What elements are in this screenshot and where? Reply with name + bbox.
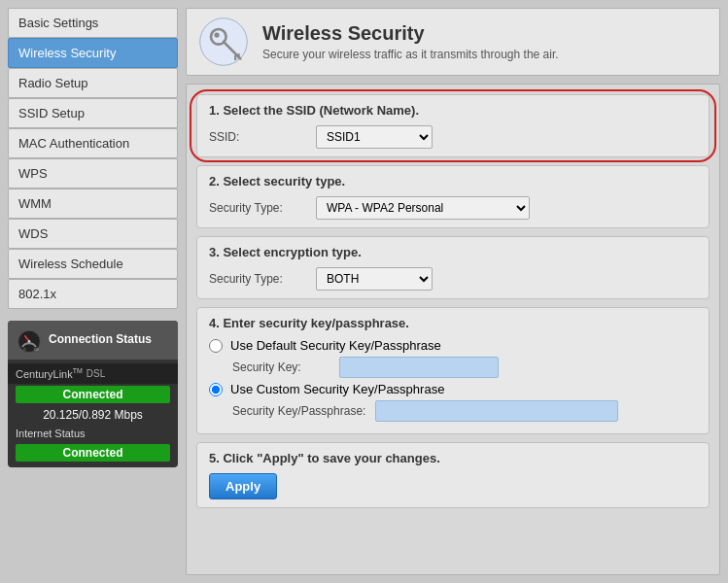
- main-content: Wireless Security Secure your wireless t…: [186, 8, 720, 575]
- sidebar-nav: Basic SettingsWireless SecurityRadio Set…: [8, 8, 178, 309]
- default-key-label: Security Key:: [232, 360, 329, 374]
- speed-display: 20.125/0.892 Mbps: [8, 405, 178, 425]
- content-area: 1. Select the SSID (Network Name). SSID:…: [186, 84, 720, 575]
- svg-point-2: [28, 340, 31, 343]
- encryption-select[interactable]: BOTH TKIP AES: [316, 267, 433, 291]
- sidebar-item-wireless-schedule[interactable]: Wireless Schedule: [8, 249, 178, 279]
- ssid-select[interactable]: SSID1 SSID2 SSID3: [316, 125, 433, 149]
- sidebar-item-wmm[interactable]: WMM: [8, 189, 178, 219]
- custom-key-label: Security Key/Passphrase:: [232, 404, 365, 418]
- speedometer-icon: 0 100: [16, 326, 43, 354]
- ssid-form-row: SSID: SSID1 SSID2 SSID3: [209, 125, 697, 149]
- conn-header: 0 100 Connection Status: [8, 321, 178, 360]
- custom-key-option-label: Use Custom Security Key/Passphrase: [230, 382, 444, 396]
- page-subtitle: Secure your wireless traffic as it trans…: [262, 48, 559, 61]
- svg-point-10: [214, 32, 219, 37]
- conn-body: CenturyLinkTM DSL Connected 20.125/0.892…: [8, 360, 178, 467]
- default-key-radio[interactable]: [209, 339, 223, 353]
- header-text: Wireless Security Secure your wireless t…: [262, 22, 559, 61]
- custom-key-row: Use Custom Security Key/Passphrase: [209, 382, 697, 396]
- connected-status: Connected: [16, 386, 170, 403]
- connection-type: DSL: [87, 368, 105, 379]
- custom-key-input[interactable]: [375, 400, 618, 422]
- ssid-section: 1. Select the SSID (Network Name). SSID:…: [196, 94, 710, 157]
- sidebar-item-mac-authentication[interactable]: MAC Authentication: [8, 128, 178, 158]
- wireless-security-icon: [198, 17, 249, 67]
- security-type-select[interactable]: WPA - WPA2 Personal WPA2 Personal WPA Pe…: [316, 196, 530, 220]
- security-type-title: 2. Select security type.: [209, 174, 697, 189]
- connection-status-box: 0 100 Connection Status CenturyLinkTM DS…: [8, 321, 178, 467]
- default-key-option-label: Use Default Security Key/Passphrase: [230, 338, 441, 353]
- ssid-section-title: 1. Select the SSID (Network Name).: [209, 103, 697, 118]
- conn-title: Connection Status: [49, 332, 152, 348]
- sidebar-item-ssid-setup[interactable]: SSID Setup: [8, 98, 178, 128]
- page-title: Wireless Security: [262, 22, 559, 45]
- encryption-section: 3. Select encryption type. Security Type…: [196, 236, 710, 299]
- sidebar: Basic SettingsWireless SecurityRadio Set…: [8, 8, 178, 575]
- custom-key-radio[interactable]: [209, 383, 223, 396]
- encryption-row: Security Type: BOTH TKIP AES: [209, 267, 697, 291]
- svg-text:0: 0: [23, 348, 25, 352]
- internet-connected-status: Connected: [16, 444, 170, 462]
- svg-text:100: 100: [33, 348, 39, 352]
- ssid-label: SSID:: [209, 130, 306, 144]
- provider-bar: CenturyLinkTM DSL: [8, 363, 178, 384]
- security-type-section: 2. Select security type. Security Type: …: [196, 165, 710, 228]
- security-type-row: Security Type: WPA - WPA2 Personal WPA2 …: [209, 196, 697, 220]
- page-header: Wireless Security Secure your wireless t…: [186, 8, 720, 76]
- tm-mark: TM: [73, 367, 83, 374]
- default-key-row: Use Default Security Key/Passphrase: [209, 338, 697, 353]
- default-key-value-row: Security Key:: [232, 357, 697, 378]
- sidebar-item-radio-setup[interactable]: Radio Setup: [8, 68, 178, 98]
- sidebar-item-wps[interactable]: WPS: [8, 158, 178, 189]
- encryption-label: Security Type:: [209, 272, 306, 286]
- internet-label: Internet Status: [8, 425, 178, 442]
- sidebar-item-wds[interactable]: WDS: [8, 219, 178, 249]
- apply-button[interactable]: Apply: [209, 473, 277, 499]
- security-key-title: 4. Enter security key/passphrase.: [209, 316, 697, 330]
- apply-title: 5. Click "Apply" to save your changes.: [209, 451, 697, 465]
- sidebar-item-8021x[interactable]: 802.1x: [8, 279, 178, 309]
- custom-key-value-row: Security Key/Passphrase:: [232, 400, 697, 422]
- apply-section: 5. Click "Apply" to save your changes. A…: [196, 442, 710, 508]
- provider-name: CenturyLinkTM: [16, 367, 83, 380]
- security-key-section: 4. Enter security key/passphrase. Use De…: [196, 307, 710, 434]
- sidebar-item-basic-settings[interactable]: Basic Settings: [8, 8, 178, 38]
- security-type-label: Security Type:: [209, 201, 306, 215]
- default-key-input[interactable]: [339, 357, 499, 378]
- encryption-title: 3. Select encryption type.: [209, 245, 697, 259]
- sidebar-item-wireless-security[interactable]: Wireless Security: [8, 38, 178, 68]
